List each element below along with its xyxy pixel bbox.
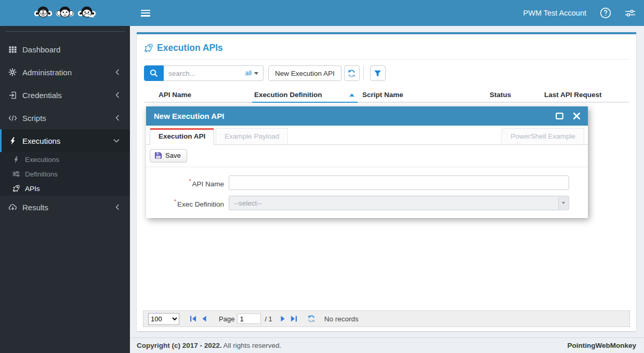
select-dropdown-button[interactable]: [558, 197, 568, 209]
search-scope-dropdown[interactable]: all: [245, 70, 263, 77]
sidebar: Dashboard Administration Credentials Scr…: [0, 0, 130, 353]
content-area: Execution APIs all New Execution API: [130, 26, 644, 353]
chevron-left-icon: [115, 69, 120, 75]
refresh-button[interactable]: [344, 65, 360, 81]
sidebar-item-credentials[interactable]: Credentials: [0, 84, 130, 106]
submenu-item-label: Definitions: [25, 170, 58, 178]
floppy-save-icon: [154, 152, 162, 159]
search-group: all: [144, 65, 264, 81]
bolt-icon: [7, 137, 18, 145]
caret-down-icon: [254, 72, 258, 75]
previous-page-button[interactable]: [202, 316, 206, 322]
page-size-select[interactable]: 100: [148, 313, 179, 325]
grid-icon: [7, 46, 18, 53]
new-execution-api-button[interactable]: New Execution API: [268, 65, 341, 81]
column-header-last-api-request[interactable]: Last API Request: [542, 89, 629, 102]
submenu-item-label: APIs: [25, 185, 40, 193]
copyright-text: Copyright (c) 2017 - 2022. All rights re…: [137, 342, 281, 349]
page-label: Page: [219, 315, 234, 323]
toolbar-divider: [363, 66, 364, 80]
submenu-item-apis[interactable]: APIs: [0, 181, 130, 196]
exec-definition-select[interactable]: --select--: [229, 196, 569, 210]
sidebar-item-scripts[interactable]: Scripts: [0, 106, 130, 129]
sliders-icon: [11, 171, 21, 177]
refresh-icon: [347, 69, 356, 78]
sidebar-item-label: Administration: [22, 68, 115, 77]
column-header-api-name[interactable]: API Name: [144, 89, 252, 102]
exec-definition-label: *Exec Definition: [154, 198, 229, 208]
page-number-input[interactable]: [237, 314, 261, 324]
gears-icon: [7, 68, 18, 76]
bolt-icon: [11, 156, 21, 163]
sort-ascending-icon: [349, 93, 354, 97]
first-page-button[interactable]: [190, 316, 196, 322]
new-execution-api-modal: New Execution API Execution API Example …: [146, 106, 588, 218]
form-row-api-name: *API Name: [154, 175, 569, 190]
modal-title: New Execution API: [154, 112, 224, 120]
rocket-icon: [11, 185, 21, 192]
column-header-script-name[interactable]: Script Name: [358, 89, 488, 102]
maximize-button[interactable]: [556, 113, 563, 119]
submenu-item-executions[interactable]: Executions: [0, 152, 130, 167]
search-input[interactable]: [164, 70, 245, 77]
table-header-row: API Name Execution Definition Script Nam…: [144, 89, 629, 103]
modal-form: *API Name *Exec Definition --select--: [146, 167, 588, 218]
sidebar-item-results[interactable]: Results: [0, 196, 130, 219]
close-button[interactable]: [573, 113, 580, 119]
sliders-icon[interactable]: [625, 8, 636, 18]
title-divider: [144, 59, 629, 60]
grid-toolbar: all New Execution API: [144, 65, 629, 81]
api-name-input[interactable]: [229, 175, 569, 190]
chevron-left-icon: [115, 115, 120, 121]
three-monkeys-icon: [32, 3, 98, 23]
save-button[interactable]: Save: [150, 149, 187, 162]
column-header-execution-definition[interactable]: Execution Definition: [252, 89, 358, 103]
grid-pager: 100 Page / 1 No records: [143, 310, 630, 327]
sidebar-item-label: Dashboard: [22, 45, 120, 54]
refresh-icon: [307, 315, 316, 323]
form-row-exec-definition: *Exec Definition --select--: [154, 196, 569, 210]
topbar: PWM Test Account: [130, 0, 644, 26]
tab-powershell-example[interactable]: PowerShell Example: [502, 128, 584, 144]
brand-name: PointingWebMonkey: [567, 342, 636, 349]
tab-example-payload[interactable]: Example Payload: [216, 128, 288, 144]
next-page-icon: [281, 316, 285, 322]
last-page-button[interactable]: [291, 316, 297, 322]
caret-down-icon: [562, 202, 565, 204]
page-title-text: Execution APIs: [157, 43, 223, 53]
executions-submenu: Executions Definitions APIs: [0, 152, 130, 196]
sidebar-item-administration[interactable]: Administration: [0, 61, 130, 84]
search-input-wrap: all: [164, 65, 264, 81]
help-circle-icon[interactable]: [600, 7, 611, 19]
previous-page-icon: [202, 316, 206, 322]
filter-button[interactable]: [370, 65, 386, 81]
first-page-icon: [190, 316, 196, 322]
account-name[interactable]: PWM Test Account: [523, 9, 586, 17]
chevron-down-icon: [113, 139, 120, 143]
filter-funnel-icon: [374, 70, 382, 77]
sidebar-item-executions[interactable]: Executions: [0, 129, 130, 152]
pager-refresh-button[interactable]: [307, 315, 316, 323]
page-total: / 1: [265, 315, 272, 323]
search-scope-label: all: [245, 70, 252, 77]
search-icon: [150, 69, 158, 77]
close-icon: [573, 113, 580, 119]
sign-in-icon: [7, 91, 18, 99]
hamburger-menu-icon[interactable]: [141, 10, 150, 17]
sidebar-item-dashboard[interactable]: Dashboard: [0, 38, 130, 61]
next-page-button[interactable]: [281, 316, 285, 322]
submenu-item-definitions[interactable]: Definitions: [0, 167, 130, 181]
code-icon: [7, 115, 18, 121]
cloud-download-icon: [7, 203, 18, 211]
search-button[interactable]: [144, 65, 164, 81]
sidebar-item-label: Results: [22, 203, 115, 212]
tab-execution-api[interactable]: Execution API: [150, 128, 214, 145]
page-title: Execution APIs: [144, 43, 629, 53]
modal-header[interactable]: New Execution API: [146, 106, 588, 126]
chevron-left-icon: [115, 92, 120, 98]
column-header-status[interactable]: Status: [488, 89, 542, 102]
app-logo[interactable]: [0, 0, 130, 26]
modal-tabs: Execution API Example Payload PowerShell…: [146, 126, 588, 145]
chevron-left-icon: [115, 204, 120, 210]
footer: Copyright (c) 2017 - 2022. All rights re…: [130, 337, 644, 353]
